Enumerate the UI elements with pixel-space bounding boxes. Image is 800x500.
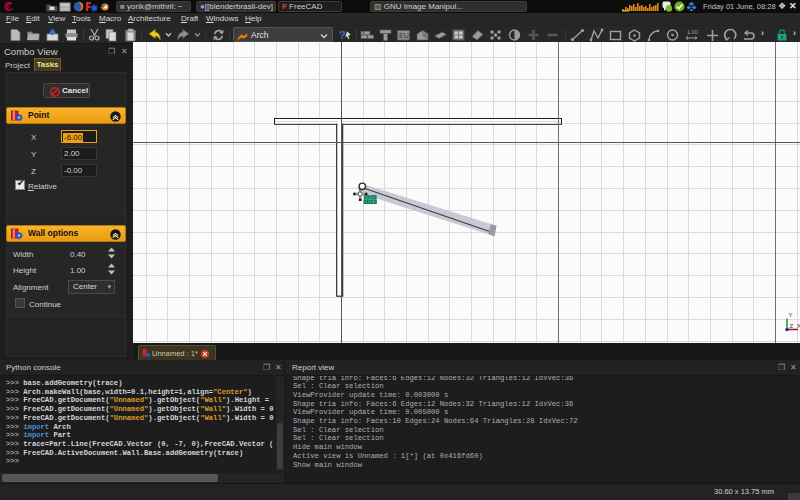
svg-text:1.00: 1.00 (687, 29, 698, 35)
svg-text:Y: Y (789, 312, 793, 318)
svg-text:Z: Z (790, 323, 794, 329)
svg-text:?: ? (339, 29, 346, 41)
svg-text:EU: EU (399, 32, 409, 39)
